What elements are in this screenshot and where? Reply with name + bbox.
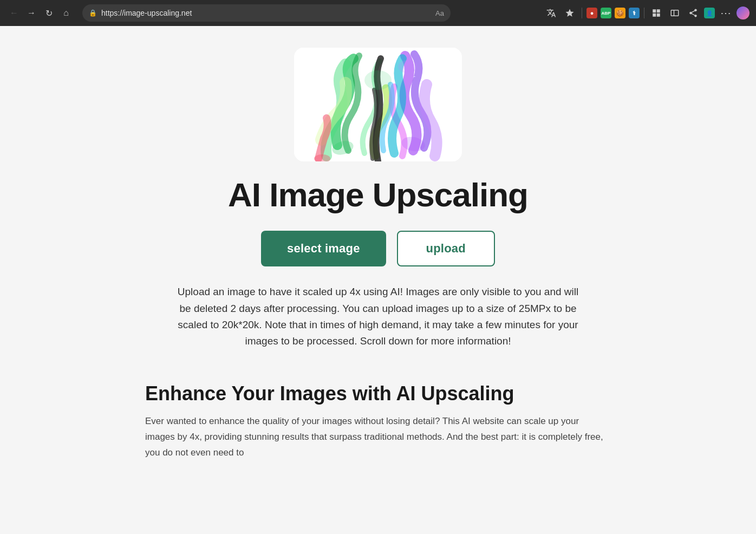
- toolbar-right: ● ABP 🍪 ⚕ 👤 ⋯: [544, 5, 750, 21]
- extension-shield-icon[interactable]: ●: [586, 8, 597, 18]
- browser-chrome: ← → ↻ ⌂ 🔒 https://image-upscaling.net Aa…: [0, 0, 756, 26]
- svg-point-5: [398, 60, 418, 73]
- extension-puzzle-icon[interactable]: ⚕: [629, 8, 640, 18]
- hero-image: [294, 48, 462, 161]
- extension-abp-icon[interactable]: ABP: [601, 8, 611, 18]
- profile-synced-icon[interactable]: 👤: [704, 8, 715, 18]
- refresh-button[interactable]: ↻: [41, 5, 56, 21]
- main-content: AI Image Upscaling select image upload U…: [134, 26, 622, 493]
- svg-point-4: [364, 70, 392, 90]
- page-wrapper: AI Image Upscaling select image upload U…: [0, 26, 756, 534]
- back-button[interactable]: ←: [6, 5, 22, 21]
- lock-icon: 🔒: [89, 9, 97, 17]
- reader-mode-icon: Aa: [435, 9, 444, 17]
- section-text: Ever wanted to enhance the quality of yo…: [145, 414, 611, 461]
- toolbar-divider-1: [582, 8, 582, 18]
- extension-cookie-icon[interactable]: 🍪: [615, 8, 625, 18]
- select-image-button[interactable]: select image: [261, 231, 386, 266]
- smoke-art-svg: [294, 48, 462, 161]
- refresh-icon: ↻: [45, 8, 53, 18]
- user-profile-icon[interactable]: [737, 6, 750, 19]
- home-icon: ⌂: [63, 8, 69, 18]
- more-options-icon[interactable]: ⋯: [718, 5, 733, 21]
- url-text: https://image-upscaling.net: [101, 9, 431, 17]
- address-bar[interactable]: 🔒 https://image-upscaling.net Aa: [82, 4, 451, 22]
- button-row: select image upload: [261, 231, 495, 266]
- nav-buttons: ← → ↻ ⌂: [6, 5, 74, 21]
- page-title: AI Image Upscaling: [228, 177, 528, 213]
- toolbar-divider-2: [644, 8, 644, 18]
- tab-manager-icon[interactable]: [649, 5, 664, 21]
- sidebar-icon[interactable]: [667, 5, 682, 21]
- main-description: Upload an image to have it scaled up 4x …: [172, 284, 584, 350]
- upload-button[interactable]: upload: [397, 231, 495, 266]
- back-icon: ←: [10, 8, 18, 18]
- bookmark-star-icon[interactable]: [562, 5, 577, 21]
- forward-button[interactable]: →: [24, 5, 39, 21]
- forward-icon: →: [27, 8, 36, 18]
- section-heading: Enhance Your Images with AI Upscaling: [145, 382, 611, 405]
- home-button[interactable]: ⌂: [58, 5, 74, 21]
- share-icon[interactable]: [686, 5, 701, 21]
- translate-icon[interactable]: [544, 5, 559, 21]
